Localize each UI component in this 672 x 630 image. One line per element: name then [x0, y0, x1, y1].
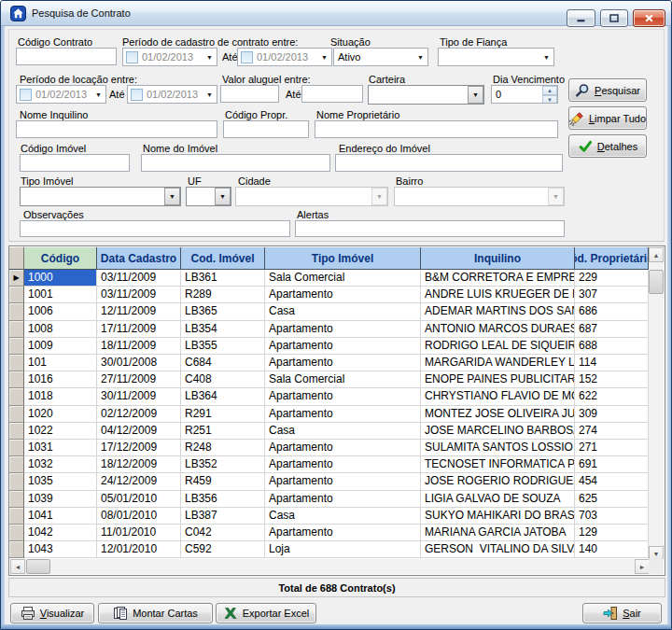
table-row[interactable]: 103117/12/2009R248ApartamentoSULAMITA SA…: [9, 440, 649, 456]
table-cell[interactable]: Apartamento: [265, 287, 421, 303]
table-cell[interactable]: Apartamento: [265, 355, 421, 371]
table-cell[interactable]: 05/01/2010: [97, 491, 181, 508]
table-cell[interactable]: Casa: [265, 303, 421, 320]
table-row[interactable]: 104211/01/2010C042ApartamentoMARIANA GAR…: [9, 525, 649, 541]
table-cell[interactable]: LB356: [181, 491, 265, 508]
table-cell[interactable]: Apartamento: [265, 456, 421, 473]
scroll-right-icon[interactable]: ►: [635, 559, 650, 574]
table-cell[interactable]: SULAMITA SANTOS LOSSIO E: [421, 440, 575, 456]
table-cell[interactable]: 1042: [24, 525, 97, 541]
table-row[interactable]: 100612/11/2009LB365CasaADEMAR MARTINS DO…: [9, 303, 649, 320]
endereco-imovel-input[interactable]: [335, 154, 563, 172]
table-cell[interactable]: 454: [575, 473, 649, 490]
checkbox-icon[interactable]: [241, 51, 253, 63]
table-cell[interactable]: MONTEZ JOSE OLIVEIRA JUN: [421, 406, 575, 423]
table-cell[interactable]: 691: [575, 456, 649, 473]
column-header[interactable]: Tipo Imóvel: [265, 247, 421, 270]
table-cell[interactable]: 17/11/2009: [97, 321, 181, 338]
table-cell[interactable]: 140: [575, 541, 649, 558]
checkbox-icon[interactable]: [126, 51, 138, 63]
table-cell[interactable]: Apartamento: [265, 473, 421, 490]
table-cell[interactable]: 30/01/2008: [97, 355, 181, 371]
table-cell[interactable]: 1039: [24, 491, 97, 508]
table-cell[interactable]: R291: [181, 406, 265, 423]
table-cell[interactable]: 1009: [24, 338, 97, 355]
table-cell[interactable]: MARGARIDA WANDERLEY LA: [421, 355, 575, 371]
table-cell[interactable]: Apartamento: [265, 525, 421, 541]
table-cell[interactable]: 274: [575, 423, 649, 440]
montar-cartas-button[interactable]: Montar Cartas: [98, 603, 213, 623]
table-row[interactable]: 103524/12/2009R459ApartamentoJOSE ROGERI…: [9, 473, 649, 490]
alertas-input[interactable]: [295, 220, 565, 237]
table-cell[interactable]: Apartamento: [265, 440, 421, 456]
table-row[interactable]: 10130/01/2008C684ApartamentoMARGARIDA WA…: [9, 355, 649, 371]
table-cell[interactable]: Apartamento: [265, 406, 421, 423]
table-row[interactable]: 104312/01/2010C592LojaGERSON VITALINO DA…: [9, 541, 649, 558]
table-cell[interactable]: Apartamento: [265, 491, 421, 508]
table-cell[interactable]: Loja: [265, 541, 421, 558]
column-header[interactable]: Código: [24, 247, 97, 270]
table-cell[interactable]: 686: [575, 303, 649, 320]
table-cell[interactable]: Apartamento: [265, 388, 421, 405]
table-cell[interactable]: LB364: [181, 388, 265, 405]
close-button[interactable]: [633, 9, 665, 27]
table-cell[interactable]: 03/11/2009: [97, 270, 181, 287]
table-cell[interactable]: 18/11/2009: [97, 338, 181, 355]
table-row[interactable]: 102002/12/2009R291ApartamentoMONTEZ JOSE…: [9, 406, 649, 423]
checkbox-icon[interactable]: [131, 89, 143, 101]
pesquisar-button[interactable]: Pesquisar: [568, 78, 647, 102]
periodo-locacao-from-picker[interactable]: 01/02/2013▼: [16, 85, 106, 104]
dropdown-arrow-icon[interactable]: ▼: [203, 54, 217, 61]
table-cell[interactable]: ENOPE PAINES PUBLICITARI: [421, 371, 575, 388]
nome-proprietario-input[interactable]: [315, 120, 558, 138]
nome-inquilino-input[interactable]: [16, 120, 217, 138]
detalhes-button[interactable]: Detalhes: [568, 134, 647, 158]
dropdown-arrow-icon[interactable]: ▼: [203, 91, 217, 98]
table-cell[interactable]: B&M CORRETORA E EMPREEN: [421, 270, 575, 287]
maximize-button[interactable]: [600, 9, 628, 27]
uf-combo[interactable]: ▼: [186, 187, 231, 206]
table-cell[interactable]: R251: [181, 423, 265, 440]
table-cell[interactable]: ADEMAR MARTINS DOS SANT: [421, 303, 575, 320]
table-cell[interactable]: ANDRE LUIS KRUEGER DE M: [421, 287, 575, 303]
codigo-propr-input[interactable]: [223, 120, 309, 138]
table-cell[interactable]: 1041: [24, 508, 97, 525]
table-cell[interactable]: RODRIGO LEAL DE SIQUEIRA: [421, 338, 575, 355]
table-cell[interactable]: 08/01/2010: [97, 508, 181, 525]
dropdown-button[interactable]: ▼: [468, 86, 483, 104]
table-cell[interactable]: 12/11/2009: [97, 303, 181, 320]
table-cell[interactable]: 229: [575, 270, 649, 287]
observacoes-input[interactable]: [20, 220, 290, 237]
periodo-cadastro-to-picker[interactable]: 01/02/2013▼: [237, 48, 332, 66]
table-cell[interactable]: LB387: [181, 508, 265, 525]
table-row[interactable]: 100918/11/2009LB355ApartamentoRODRIGO LE…: [9, 338, 649, 355]
table-cell[interactable]: 1035: [24, 473, 97, 490]
table-cell[interactable]: R248: [181, 440, 265, 456]
table-cell[interactable]: 309: [575, 406, 649, 423]
checkbox-icon[interactable]: [20, 89, 32, 101]
dropdown-button[interactable]: ▼: [215, 188, 231, 205]
table-cell[interactable]: 1043: [24, 541, 97, 558]
table-row[interactable]: 102204/12/2009R251CasaJOSE MARCELINO BAR…: [9, 423, 649, 440]
nome-imovel-input[interactable]: [141, 154, 330, 172]
table-cell[interactable]: 687: [575, 321, 649, 338]
table-cell[interactable]: 27/11/2009: [97, 371, 181, 388]
table-cell[interactable]: Casa: [265, 508, 421, 525]
table-cell[interactable]: 625: [575, 491, 649, 508]
table-cell[interactable]: 129: [575, 525, 649, 541]
scroll-left-icon[interactable]: ◄: [10, 559, 25, 574]
table-cell[interactable]: 703: [575, 508, 649, 525]
table-cell[interactable]: C042: [181, 525, 265, 541]
table-cell[interactable]: GERSON VITALINO DA SILVA: [421, 541, 575, 558]
table-cell[interactable]: CHRYSTIANO FLAVIO DE MO: [421, 388, 575, 405]
table-cell[interactable]: TECNOSET INFORMATICA PR: [421, 456, 575, 473]
table-cell[interactable]: 271: [575, 440, 649, 456]
table-cell[interactable]: 02/12/2009: [97, 406, 181, 423]
codigo-imovel-input[interactable]: [20, 154, 130, 172]
table-cell[interactable]: 30/11/2009: [97, 388, 181, 405]
table-row[interactable]: 101627/11/2009C408Sala ComercialENOPE PA…: [9, 371, 649, 388]
table-cell[interactable]: LB354: [181, 321, 265, 338]
minimize-button[interactable]: [567, 9, 595, 27]
table-cell[interactable]: 03/11/2009: [97, 287, 181, 303]
limpar-tudo-button[interactable]: Limpar Tudo: [568, 106, 647, 130]
